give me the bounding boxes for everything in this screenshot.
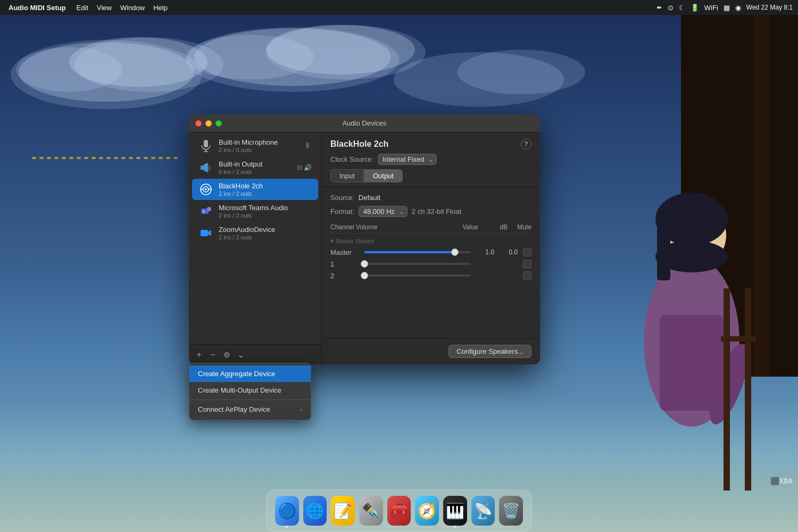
dropdown-menu: Create Aggregate Device Create Multi-Out… bbox=[189, 363, 311, 420]
minimize-button[interactable] bbox=[205, 120, 212, 127]
dock-item-toolbox[interactable]: 🧰 bbox=[387, 496, 411, 526]
create-multi-output-item[interactable]: Create Multi-Output Device bbox=[189, 382, 311, 398]
create-aggregate-device-label: Create Aggregate Device bbox=[198, 370, 275, 378]
building-right bbox=[681, 15, 798, 377]
master-slider[interactable] bbox=[364, 251, 471, 253]
dock-item-safari[interactable]: 🧭 bbox=[415, 496, 439, 526]
gear-button[interactable]: ⚙ bbox=[221, 349, 232, 361]
master-slider-thumb[interactable] bbox=[451, 248, 459, 256]
master-label: Master bbox=[330, 248, 362, 256]
device-name-blackhole: BlackHole 2ch bbox=[219, 182, 312, 190]
device-sidebar: Built-in Microphone 2 ins / 0 outs 🎙 Bui… bbox=[189, 132, 322, 364]
menubar: Audio MIDI Setup Edit View Window Help ✒… bbox=[0, 0, 798, 15]
dock-item-notes[interactable]: 📝 bbox=[331, 496, 355, 526]
master-slider-fill bbox=[364, 251, 455, 253]
source-label: Source: bbox=[330, 194, 354, 202]
maximize-button[interactable] bbox=[215, 120, 222, 127]
light-decorations bbox=[32, 157, 178, 159]
clock-source-select-wrapper: Internal Fixed bbox=[378, 154, 437, 165]
piano-icon: 🎹 bbox=[446, 502, 464, 520]
safari-icon: 🧭 bbox=[418, 502, 436, 520]
master-mute-button[interactable] bbox=[523, 248, 531, 256]
svg-rect-25 bbox=[201, 165, 204, 170]
mic-icon bbox=[198, 138, 213, 153]
remove-device-button[interactable]: − bbox=[207, 349, 219, 361]
edit-menu-item[interactable]: Edit bbox=[72, 3, 93, 13]
cv-main-header: Channel Volume bbox=[330, 223, 449, 231]
clock-source-label: Clock Source: bbox=[330, 155, 373, 163]
window-titlebar: Audio Devices bbox=[189, 114, 540, 132]
ch2-slider[interactable] bbox=[364, 275, 471, 277]
source-row: Source: Default bbox=[330, 194, 531, 202]
close-button[interactable] bbox=[195, 120, 202, 127]
notes-icon: 📝 bbox=[334, 502, 352, 520]
ch1-slider[interactable] bbox=[364, 263, 471, 265]
output-tab[interactable]: Output bbox=[364, 169, 403, 182]
edge-icon: 🌐 bbox=[305, 502, 324, 520]
ch2-slider-thumb[interactable] bbox=[361, 272, 368, 279]
detail-device-name-row: BlackHole 2ch ? bbox=[330, 139, 531, 149]
configure-speakers-button[interactable]: Configure Speakers... bbox=[448, 345, 531, 358]
device-item-microphone[interactable]: Built-in Microphone 2 ins / 0 outs 🎙 bbox=[192, 135, 318, 156]
detail-footer: Configure Speakers... bbox=[322, 338, 540, 364]
chevron-button[interactable]: ⌄ bbox=[235, 349, 246, 361]
window-menu-item[interactable]: Window bbox=[116, 3, 149, 13]
dock-item-fetch[interactable]: 📡 bbox=[471, 496, 495, 526]
window-title: Audio Devices bbox=[342, 119, 386, 127]
ch1-label: 1 bbox=[330, 260, 362, 268]
ch2-label: 2 bbox=[330, 272, 362, 280]
dock-item-finder[interactable]: 🔵 bbox=[275, 496, 299, 526]
ch1-mute-button[interactable] bbox=[523, 260, 531, 268]
create-aggregate-device-item[interactable]: Create Aggregate Device bbox=[189, 365, 311, 382]
piano-dot bbox=[454, 526, 456, 528]
master-db: 0.0 bbox=[496, 248, 518, 256]
device-sub-teams: 2 ins / 2 outs bbox=[219, 212, 312, 219]
dock-item-script-editor[interactable]: ✒️ bbox=[359, 496, 383, 526]
dock-item-trash[interactable]: 🗑️ bbox=[499, 496, 523, 526]
device-item-teams[interactable]: T Microsoft Teams Audio 2 ins / 2 outs bbox=[192, 201, 318, 222]
wifi-icon: WiFi bbox=[704, 4, 718, 12]
device-name-teams: Microsoft Teams Audio bbox=[219, 204, 312, 212]
master-value: 1.0 bbox=[473, 248, 494, 256]
device-name-output: Built-in Output bbox=[219, 160, 292, 168]
zoom-icon bbox=[198, 226, 213, 240]
speaker-icon bbox=[198, 160, 213, 175]
sidebar-toolbar: + − ⚙ ⌄ bbox=[189, 344, 321, 364]
format-row: Format: 48,000 Hz 2 ch 32-bit Float bbox=[330, 206, 531, 217]
device-item-blackhole[interactable]: BlackHole 2ch 2 ins / 2 outs bbox=[192, 179, 318, 200]
circle-icon: ⊙ bbox=[668, 4, 674, 12]
add-device-button[interactable]: + bbox=[193, 349, 205, 361]
view-menu-item[interactable]: View bbox=[93, 3, 116, 13]
dock-item-edge[interactable]: 🌐 bbox=[303, 496, 327, 526]
channel-2-row: 2 bbox=[330, 270, 531, 281]
device-info-blackhole: BlackHole 2ch 2 ins / 2 outs bbox=[219, 182, 312, 197]
help-button[interactable]: ? bbox=[521, 139, 531, 149]
teams-icon: T bbox=[198, 204, 213, 219]
connect-airplay-item[interactable]: Connect AirPlay Device › bbox=[189, 401, 311, 418]
device-item-zoom[interactable]: ZoomAudioDevice 2 ins / 2 outs bbox=[192, 222, 318, 244]
svg-point-32 bbox=[207, 207, 211, 211]
device-info-output: Built-in Output 0 ins / 2 outs bbox=[219, 160, 292, 175]
menubar-time: Wed 22 May 8:1 bbox=[746, 4, 793, 11]
format-select[interactable]: 48,000 Hz bbox=[359, 206, 408, 217]
finder-dot bbox=[286, 526, 288, 528]
detail-header: BlackHole 2ch ? Clock Source: Internal F… bbox=[322, 132, 540, 187]
ch2-mute-button[interactable] bbox=[523, 271, 531, 280]
svg-rect-22 bbox=[204, 140, 208, 147]
app-menu-item[interactable]: Audio MIDI Setup bbox=[5, 4, 69, 12]
device-sub-zoom: 2 ins / 2 outs bbox=[219, 234, 312, 240]
input-tab[interactable]: Input bbox=[330, 169, 364, 182]
cv-value-header: Value bbox=[449, 223, 478, 231]
device-sub-output: 0 ins / 2 outs bbox=[219, 169, 292, 175]
dock-item-piano[interactable]: 🎹 bbox=[443, 496, 467, 526]
blackhole-icon bbox=[198, 182, 213, 197]
master-stream-label: Master Stream bbox=[330, 236, 531, 246]
ch1-slider-thumb[interactable] bbox=[361, 260, 368, 268]
pen-icon: ✒ bbox=[656, 4, 662, 12]
finder-icon: 🔵 bbox=[278, 502, 296, 520]
help-menu-item[interactable]: Help bbox=[149, 3, 172, 13]
device-item-output[interactable]: Built-in Output 0 ins / 2 outs ⊟ 🔊 bbox=[192, 157, 318, 178]
device-info-zoom: ZoomAudioDevice 2 ins / 2 outs bbox=[219, 226, 312, 240]
source-value: Default bbox=[359, 194, 380, 202]
clock-source-select[interactable]: Internal Fixed bbox=[378, 154, 437, 165]
